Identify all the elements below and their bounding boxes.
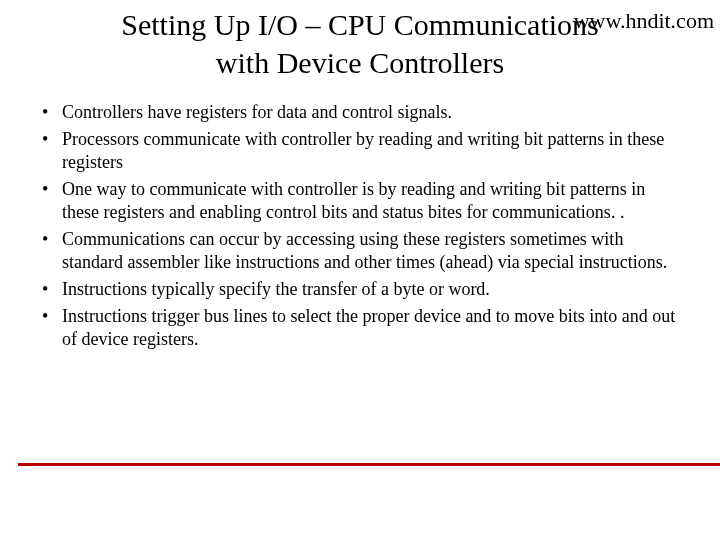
title-line-1: Setting Up I/O – CPU Communications <box>121 8 599 41</box>
list-item: Instructions trigger bus lines to select… <box>36 305 684 351</box>
list-item: Communications can occur by accessing us… <box>36 228 684 274</box>
list-item: Processors communicate with controller b… <box>36 128 684 174</box>
watermark-text: www.hndit.com <box>574 8 714 34</box>
slide-body: Controllers have registers for data and … <box>0 95 720 351</box>
title-line-2: with Device Controllers <box>216 46 504 79</box>
list-item: One way to communicate with controller i… <box>36 178 684 224</box>
red-divider-line <box>18 463 720 466</box>
bullet-list: Controllers have registers for data and … <box>36 101 684 351</box>
list-item: Instructions typically specify the trans… <box>36 278 684 301</box>
list-item: Controllers have registers for data and … <box>36 101 684 124</box>
